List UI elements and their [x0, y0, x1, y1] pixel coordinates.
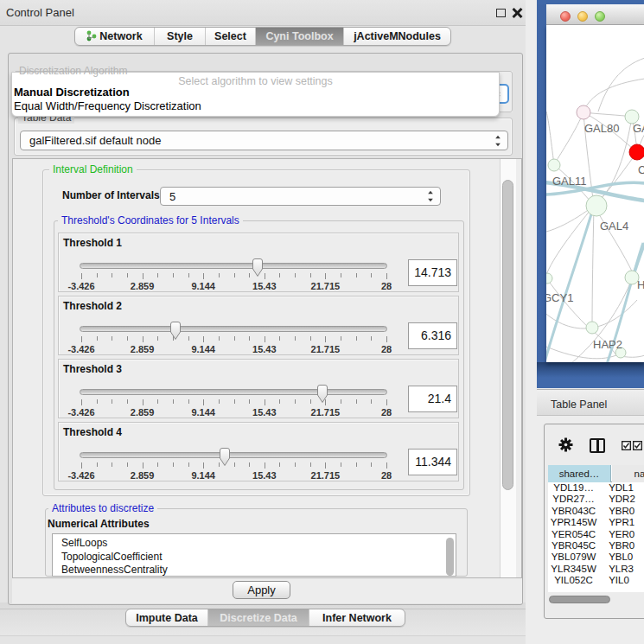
- settings-vscrollbar-thumb[interactable]: [502, 180, 513, 490]
- zoom-traffic-light[interactable]: [595, 11, 605, 22]
- attributes-listbox[interactable]: SelfLoopsTopologicalCoefficientBetweenne…: [52, 533, 456, 577]
- threshold-value-field[interactable]: 6.316: [408, 322, 457, 349]
- cell-shared-name: YLR345W: [548, 564, 599, 575]
- tick-mark: [371, 462, 372, 467]
- attribute-list-item[interactable]: TopologicalCoefficient: [53, 551, 456, 564]
- algorithm-dropdown-popup: Select algorithm to view settings Manual…: [11, 72, 500, 117]
- table-row[interactable]: YER054CYER0: [548, 529, 644, 540]
- attribute-list-item[interactable]: SelfLoops: [53, 537, 456, 551]
- cell-name: YDL1: [599, 482, 644, 494]
- threshold-slider-thumb[interactable]: [218, 447, 232, 467]
- tick-mark: [188, 273, 189, 277]
- settings-vscrollbar[interactable]: [500, 159, 516, 577]
- tick-mark: [295, 462, 296, 467]
- close-icon[interactable]: [512, 8, 522, 18]
- tick-mark: [81, 462, 82, 469]
- table-row[interactable]: YBR045CYBR0: [548, 540, 644, 552]
- network-canvas[interactable]: GAL80GAGAL11CGAL4HGCY1HAP2: [546, 25, 644, 362]
- table-panel-box: shared… name YDL19…YDL1YDR27…YDR2YBR043C…: [544, 424, 644, 619]
- tab-jactivemnodules[interactable]: jActiveMNodules: [344, 28, 450, 45]
- network-node-label: GAL80: [584, 122, 619, 135]
- network-node[interactable]: [546, 273, 552, 284]
- table-row[interactable]: YIL052CYIL0: [548, 575, 644, 586]
- tab-cyni-toolbox[interactable]: Cyni Toolbox: [256, 28, 344, 45]
- tick-label: 15.43: [252, 407, 277, 418]
- tick-label: 15.43: [252, 281, 277, 291]
- attributes-list-vscrollbar[interactable]: [444, 534, 456, 577]
- tick-label: 21.715: [311, 407, 341, 418]
- bottom-tab-label: Impute Data: [136, 612, 198, 624]
- tick-mark: [97, 399, 98, 404]
- network-node[interactable]: [586, 322, 598, 334]
- threshold-slider-track[interactable]: [80, 389, 387, 395]
- network-node[interactable]: [577, 105, 590, 119]
- dropdown-option-equal-width[interactable]: Equal Width/Frequency Discretization: [12, 99, 499, 113]
- bottom-tab-infer-network[interactable]: Infer Network: [309, 609, 405, 626]
- network-node-label: HAP2: [593, 338, 622, 351]
- tick-label: 28: [381, 344, 392, 354]
- tick-mark: [188, 336, 189, 341]
- column-header-shared-name[interactable]: shared…: [548, 465, 611, 482]
- tick-mark: [265, 462, 265, 469]
- tick-mark: [143, 399, 143, 405]
- threshold-value-field[interactable]: 14.713: [408, 259, 457, 286]
- network-node[interactable]: [629, 144, 644, 160]
- table-data-combobox[interactable]: galFiltered.sif default node: [20, 131, 508, 150]
- tab-style[interactable]: Style: [155, 28, 206, 45]
- columns-icon[interactable]: [590, 438, 605, 453]
- tick-label: 21.715: [311, 281, 341, 291]
- threshold-value-field[interactable]: 11.344: [408, 449, 457, 475]
- tick-label: 21.715: [311, 470, 341, 481]
- minimize-traffic-light[interactable]: [577, 11, 588, 22]
- network-node-label: GA: [633, 122, 644, 135]
- threshold-value-field[interactable]: 21.4: [408, 386, 457, 412]
- attribute-list-item[interactable]: BetweennessCentrality: [53, 564, 456, 577]
- table-row[interactable]: YDR27…YDR2: [548, 494, 644, 505]
- tick-label: -3.426: [67, 407, 94, 418]
- table-row[interactable]: YLR345WYLR3: [548, 564, 644, 575]
- table-row[interactable]: YBR043CYBR0: [548, 506, 644, 517]
- bottom-tab-impute-data[interactable]: Impute Data: [126, 609, 208, 626]
- cell-shared-name: YBR043C: [548, 506, 599, 517]
- table-hscrollbar-thumb[interactable]: [549, 596, 610, 603]
- attributes-list-vscrollbar-thumb[interactable]: [446, 538, 454, 576]
- table-row[interactable]: YBL079WYBL0: [548, 552, 644, 563]
- checkbox-icon-1[interactable]: [622, 441, 631, 450]
- threshold-slider-track[interactable]: [80, 263, 387, 269]
- tick-mark: [341, 462, 341, 467]
- table-hscrollbar[interactable]: [548, 595, 644, 605]
- num-intervals-label: Number of Intervals: [62, 189, 160, 201]
- threshold-slider-thumb[interactable]: [316, 384, 329, 404]
- gear-icon[interactable]: [558, 437, 573, 452]
- tick-label: -3.426: [67, 281, 94, 291]
- tick-mark: [249, 462, 250, 467]
- network-node[interactable]: [548, 159, 560, 171]
- threshold-slider-thumb[interactable]: [169, 321, 182, 341]
- threshold-slider-track[interactable]: [80, 452, 387, 458]
- tick-mark: [127, 336, 128, 341]
- tick-mark: [371, 336, 372, 341]
- tab-select[interactable]: Select: [206, 28, 256, 45]
- tick-mark: [265, 273, 265, 279]
- close-traffic-light[interactable]: [560, 11, 571, 22]
- table-row[interactable]: YPR145WYPR1: [548, 517, 644, 528]
- network-node[interactable]: [586, 195, 607, 216]
- tick-mark: [386, 273, 387, 279]
- tick-mark: [112, 399, 112, 404]
- threshold-slider-track[interactable]: [80, 326, 387, 332]
- bottom-tab-discretize-data[interactable]: Discretize Data: [208, 609, 309, 626]
- table-row[interactable]: YDL19…YDL1: [548, 482, 644, 494]
- dropdown-option-manual[interactable]: Manual Discretization: [12, 86, 499, 99]
- tick-label: 9.144: [191, 344, 215, 354]
- float-icon[interactable]: [496, 9, 506, 17]
- tab-network[interactable]: Network: [75, 28, 155, 45]
- column-header-name[interactable]: name: [612, 465, 644, 482]
- network-window-bottom-edge: [537, 362, 644, 388]
- num-intervals-spinner[interactable]: 5: [160, 187, 441, 206]
- apply-button[interactable]: Apply: [233, 581, 290, 599]
- tick-label: 9.144: [191, 470, 215, 481]
- checkbox-icon-2[interactable]: [633, 441, 642, 450]
- tick-mark: [341, 273, 341, 277]
- tick-mark: [310, 336, 311, 341]
- threshold-slider-thumb[interactable]: [251, 258, 265, 277]
